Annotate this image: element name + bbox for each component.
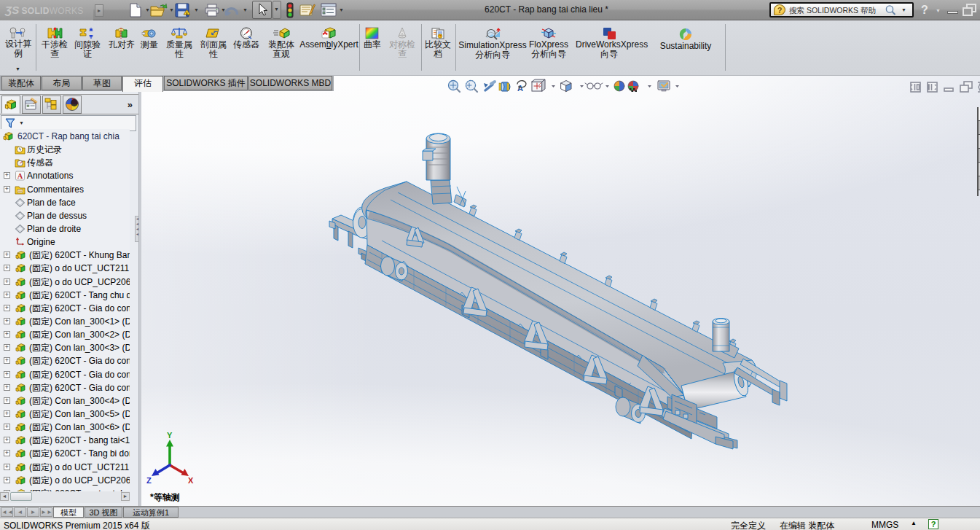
- svg-text:A: A: [17, 172, 23, 180]
- svg-text:X: X: [188, 476, 194, 485]
- svg-text:Z: Z: [146, 476, 152, 485]
- svg-text:!: !: [186, 12, 187, 17]
- svg-text:Y: Y: [167, 431, 173, 440]
- svg-text:?: ?: [439, 34, 441, 39]
